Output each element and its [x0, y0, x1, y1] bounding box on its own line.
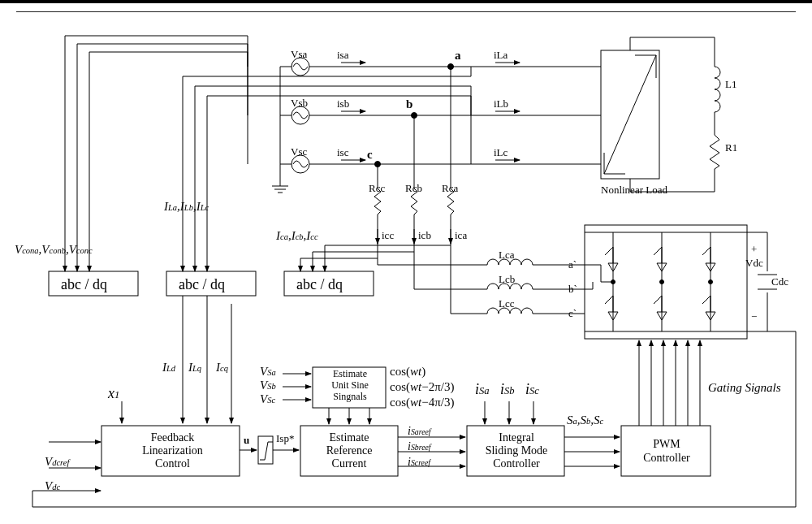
- label-icabc: Ica,Icb,Icc: [276, 229, 318, 243]
- label-l1: L1: [725, 78, 736, 91]
- label-icq: Icq: [216, 361, 228, 375]
- label-vdc-fb: Vdc: [45, 479, 60, 493]
- label-ilb: iLb: [494, 97, 508, 110]
- label-rca: Rca: [442, 182, 458, 195]
- label-sabc: Sa,Sb,Sc: [567, 414, 603, 427]
- label-ilq: ILq: [188, 361, 201, 375]
- block-sine: EstimateUnit SineSingnals: [317, 369, 383, 402]
- label-vdc-plus: +: [751, 243, 757, 256]
- label-icc: icc: [382, 229, 394, 242]
- label-isa: isa: [337, 49, 348, 62]
- node-a: a: [455, 49, 461, 63]
- block-pwm: PWMController: [632, 438, 702, 466]
- label-ila: iLa: [494, 49, 508, 62]
- node-c: c: [367, 148, 373, 162]
- label-vsb-in: VSb: [260, 379, 276, 392]
- label-cos1: cos(wt): [390, 365, 425, 379]
- label-lcc: Lcc: [499, 297, 514, 310]
- block-abcdq-3: abc / dq: [296, 276, 343, 293]
- label-rcb: Rcb: [405, 182, 422, 195]
- label-isp: Isp*: [276, 432, 294, 445]
- label-isaref: iSareef: [408, 425, 431, 438]
- svg-point-58: [709, 280, 713, 284]
- label-vdc: Vdc: [745, 257, 763, 270]
- label-icb: icb: [418, 229, 431, 242]
- label-vsa: Vsa: [291, 48, 307, 61]
- label-vdcref: Vdcref: [45, 455, 69, 469]
- label-cdc: Cdc: [771, 275, 788, 288]
- label-isc: isc: [337, 146, 348, 159]
- label-isb: isb: [337, 97, 349, 110]
- label-inv-a: a`: [568, 258, 577, 271]
- label-vsb: Vsb: [291, 97, 308, 110]
- label-inv-b: b`: [568, 283, 577, 296]
- label-ilabc: ILa,ILb,ILc: [164, 200, 209, 214]
- label-vdc-minus: −: [751, 310, 757, 323]
- label-vcon: Vcona,Vconb,Vconc: [15, 243, 93, 257]
- label-vsc: Vsc: [291, 145, 307, 158]
- label-inv-c: c`: [568, 307, 577, 320]
- label-gating: Gating Signals: [708, 381, 781, 395]
- block-abcdq-1: abc / dq: [61, 276, 107, 293]
- label-iscref: iScreef: [408, 456, 430, 469]
- label-ild: ILd: [162, 361, 175, 375]
- label-lca: Lca: [499, 249, 514, 262]
- block-ismc: IntegralSliding ModeController: [473, 431, 560, 470]
- label-isb2: iSb: [500, 381, 515, 398]
- label-isc2: iSc: [525, 381, 539, 398]
- block-flc: FeedbackLinearizationControl: [114, 431, 231, 470]
- label-nonlinear-load: Nonlinear Load: [601, 184, 667, 197]
- label-ilc: iLc: [494, 146, 508, 159]
- label-r1: R1: [725, 141, 737, 154]
- label-cos2: cos(wt−2π/3): [390, 380, 454, 394]
- block-abcdq-2: abc / dq: [179, 276, 225, 293]
- label-ica: ica: [455, 229, 467, 242]
- label-u: u: [244, 434, 249, 447]
- label-vsa-in: VSa: [260, 365, 276, 379]
- node-b: b: [406, 97, 412, 111]
- label-rcc: Rcc: [369, 182, 385, 195]
- block-ref: EstimateReferenceCurrent: [307, 431, 391, 470]
- label-lcb: Lcb: [499, 273, 515, 286]
- label-isbref: iSbreef: [408, 440, 431, 453]
- label-x1: x1: [108, 385, 119, 402]
- label-cos3: cos(wt−4π/3): [390, 396, 454, 409]
- label-isa2: iSa: [475, 381, 490, 398]
- label-vsc-in: VSc: [260, 392, 275, 406]
